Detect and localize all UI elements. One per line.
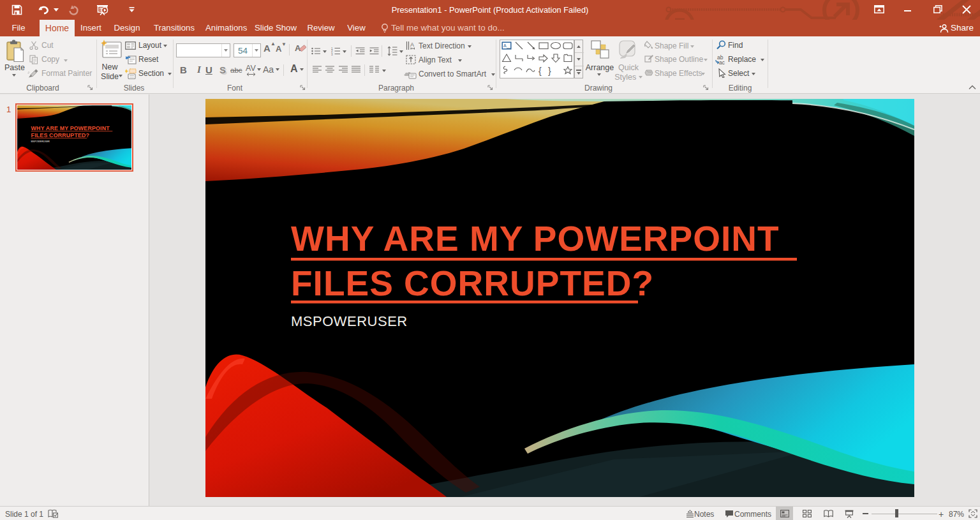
svg-text:3: 3 — [331, 53, 333, 56]
svg-text:{: { — [538, 66, 542, 76]
svg-text:A: A — [503, 43, 507, 48]
svg-text:}: } — [548, 66, 551, 76]
svg-text:ac: ac — [719, 59, 725, 65]
svg-text:A: A — [410, 41, 414, 48]
